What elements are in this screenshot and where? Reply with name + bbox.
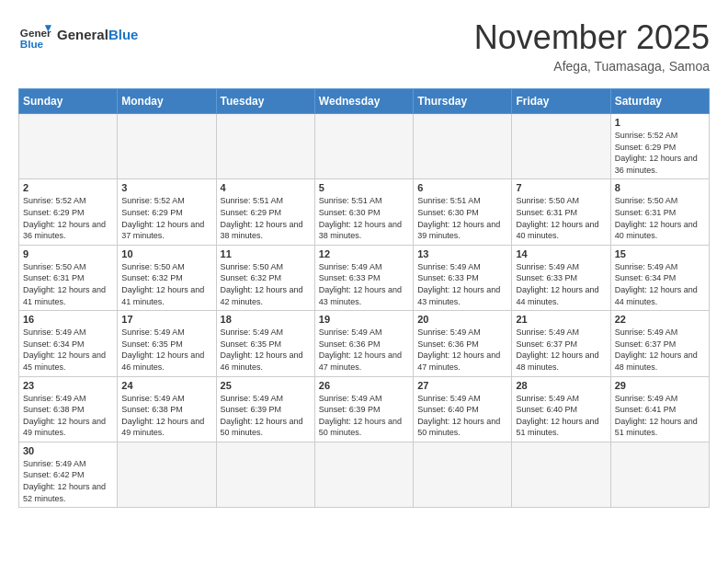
day-info: Sunrise: 5:51 AMSunset: 6:30 PMDaylight:… (319, 195, 409, 241)
day-number: 19 (319, 314, 409, 325)
day-number: 29 (615, 380, 705, 391)
day-info: Sunrise: 5:49 AMSunset: 6:33 PMDaylight:… (319, 261, 409, 307)
day-info: Sunrise: 5:49 AMSunset: 6:39 PMDaylight:… (221, 393, 311, 439)
calendar-cell (118, 114, 216, 179)
day-info: Sunrise: 5:50 AMSunset: 6:31 PMDaylight:… (23, 261, 113, 307)
day-number: 9 (23, 248, 113, 259)
logo: General Blue GeneralBlue (18, 18, 138, 52)
day-number: 6 (417, 182, 507, 193)
weekday-wednesday: Wednesday (314, 89, 413, 114)
calendar-cell (19, 114, 118, 179)
calendar-cell (414, 114, 512, 179)
calendar-cell: 24Sunrise: 5:49 AMSunset: 6:38 PMDayligh… (118, 376, 216, 442)
calendar-cell: 21Sunrise: 5:49 AMSunset: 6:37 PMDayligh… (512, 311, 610, 376)
day-number: 23 (23, 380, 113, 391)
calendar-cell (512, 114, 610, 179)
calendar-cell: 22Sunrise: 5:49 AMSunset: 6:37 PMDayligh… (610, 311, 709, 376)
calendar-cell: 8Sunrise: 5:50 AMSunset: 6:31 PMDaylight… (610, 179, 709, 245)
day-info: Sunrise: 5:49 AMSunset: 6:35 PMDaylight:… (121, 327, 211, 373)
month-title: November 2025 (474, 18, 710, 57)
calendar-cell: 13Sunrise: 5:49 AMSunset: 6:33 PMDayligh… (414, 245, 512, 310)
calendar-cell (216, 442, 314, 507)
calendar-cell: 30Sunrise: 5:49 AMSunset: 6:42 PMDayligh… (19, 442, 118, 507)
day-info: Sunrise: 5:50 AMSunset: 6:32 PMDaylight:… (221, 261, 311, 307)
calendar-cell (414, 442, 512, 507)
calendar-cell: 17Sunrise: 5:49 AMSunset: 6:35 PMDayligh… (118, 311, 216, 376)
day-info: Sunrise: 5:49 AMSunset: 6:37 PMDaylight:… (615, 327, 705, 373)
calendar-cell: 12Sunrise: 5:49 AMSunset: 6:33 PMDayligh… (314, 245, 413, 310)
day-number: 8 (615, 182, 705, 193)
day-info: Sunrise: 5:49 AMSunset: 6:33 PMDaylight:… (417, 261, 507, 307)
day-info: Sunrise: 5:50 AMSunset: 6:31 PMDaylight:… (516, 195, 606, 241)
calendar-cell: 23Sunrise: 5:49 AMSunset: 6:38 PMDayligh… (19, 376, 118, 442)
weekday-header-row: SundayMondayTuesdayWednesdayThursdayFrid… (19, 89, 710, 114)
calendar-cell: 28Sunrise: 5:49 AMSunset: 6:40 PMDayligh… (512, 376, 610, 442)
calendar-cell: 2Sunrise: 5:52 AMSunset: 6:29 PMDaylight… (19, 179, 118, 245)
calendar-cell (314, 442, 413, 507)
day-info: Sunrise: 5:49 AMSunset: 6:35 PMDaylight:… (221, 327, 311, 373)
calendar-cell (118, 442, 216, 507)
day-number: 3 (121, 182, 211, 193)
calendar-week-5: 23Sunrise: 5:49 AMSunset: 6:38 PMDayligh… (19, 376, 710, 442)
calendar-cell: 25Sunrise: 5:49 AMSunset: 6:39 PMDayligh… (216, 376, 314, 442)
day-info: Sunrise: 5:49 AMSunset: 6:33 PMDaylight:… (516, 261, 606, 307)
weekday-friday: Friday (512, 89, 610, 114)
weekday-sunday: Sunday (19, 89, 118, 114)
calendar-cell: 1Sunrise: 5:52 AMSunset: 6:29 PMDaylight… (610, 114, 709, 179)
calendar-week-6: 30Sunrise: 5:49 AMSunset: 6:42 PMDayligh… (19, 442, 710, 507)
location-subtitle: Afega, Tuamasaga, Samoa (474, 59, 710, 74)
day-info: Sunrise: 5:52 AMSunset: 6:29 PMDaylight:… (615, 130, 705, 176)
day-number: 28 (516, 380, 606, 391)
day-info: Sunrise: 5:49 AMSunset: 6:36 PMDaylight:… (319, 327, 409, 373)
day-info: Sunrise: 5:49 AMSunset: 6:34 PMDaylight:… (23, 327, 113, 373)
day-info: Sunrise: 5:52 AMSunset: 6:29 PMDaylight:… (121, 195, 211, 241)
day-number: 15 (615, 248, 705, 259)
day-info: Sunrise: 5:52 AMSunset: 6:29 PMDaylight:… (23, 195, 113, 241)
weekday-saturday: Saturday (610, 89, 709, 114)
calendar-cell: 16Sunrise: 5:49 AMSunset: 6:34 PMDayligh… (19, 311, 118, 376)
day-info: Sunrise: 5:50 AMSunset: 6:32 PMDaylight:… (121, 261, 211, 307)
day-number: 1 (615, 117, 705, 128)
day-number: 10 (121, 248, 211, 259)
day-number: 11 (221, 248, 311, 259)
day-number: 21 (516, 314, 606, 325)
day-number: 25 (221, 380, 311, 391)
calendar-cell: 10Sunrise: 5:50 AMSunset: 6:32 PMDayligh… (118, 245, 216, 310)
day-number: 7 (516, 182, 606, 193)
day-info: Sunrise: 5:49 AMSunset: 6:34 PMDaylight:… (615, 261, 705, 307)
svg-text:Blue: Blue (20, 38, 44, 50)
calendar-cell: 4Sunrise: 5:51 AMSunset: 6:29 PMDaylight… (216, 179, 314, 245)
calendar-cell: 19Sunrise: 5:49 AMSunset: 6:36 PMDayligh… (314, 311, 413, 376)
calendar-cell (314, 114, 413, 179)
day-info: Sunrise: 5:49 AMSunset: 6:38 PMDaylight:… (23, 393, 113, 439)
calendar-cell: 9Sunrise: 5:50 AMSunset: 6:31 PMDaylight… (19, 245, 118, 310)
calendar-cell: 6Sunrise: 5:51 AMSunset: 6:30 PMDaylight… (414, 179, 512, 245)
calendar-cell: 11Sunrise: 5:50 AMSunset: 6:32 PMDayligh… (216, 245, 314, 310)
calendar-cell (216, 114, 314, 179)
calendar-cell: 27Sunrise: 5:49 AMSunset: 6:40 PMDayligh… (414, 376, 512, 442)
calendar-week-3: 9Sunrise: 5:50 AMSunset: 6:31 PMDaylight… (19, 245, 710, 310)
calendar-cell: 26Sunrise: 5:49 AMSunset: 6:39 PMDayligh… (314, 376, 413, 442)
day-number: 5 (319, 182, 409, 193)
day-info: Sunrise: 5:49 AMSunset: 6:39 PMDaylight:… (319, 393, 409, 439)
day-number: 14 (516, 248, 606, 259)
day-info: Sunrise: 5:49 AMSunset: 6:36 PMDaylight:… (417, 327, 507, 373)
day-info: Sunrise: 5:49 AMSunset: 6:38 PMDaylight:… (121, 393, 211, 439)
day-number: 22 (615, 314, 705, 325)
calendar-week-4: 16Sunrise: 5:49 AMSunset: 6:34 PMDayligh… (19, 311, 710, 376)
page-header: General Blue GeneralBlue November 2025 A… (18, 18, 710, 74)
day-number: 18 (221, 314, 311, 325)
day-info: Sunrise: 5:50 AMSunset: 6:31 PMDaylight:… (615, 195, 705, 241)
calendar-cell: 7Sunrise: 5:50 AMSunset: 6:31 PMDaylight… (512, 179, 610, 245)
day-info: Sunrise: 5:49 AMSunset: 6:40 PMDaylight:… (516, 393, 606, 439)
calendar-cell: 29Sunrise: 5:49 AMSunset: 6:41 PMDayligh… (610, 376, 709, 442)
weekday-thursday: Thursday (414, 89, 512, 114)
calendar-week-2: 2Sunrise: 5:52 AMSunset: 6:29 PMDaylight… (19, 179, 710, 245)
day-number: 24 (121, 380, 211, 391)
calendar-cell: 18Sunrise: 5:49 AMSunset: 6:35 PMDayligh… (216, 311, 314, 376)
weekday-tuesday: Tuesday (216, 89, 314, 114)
calendar-table: SundayMondayTuesdayWednesdayThursdayFrid… (18, 88, 710, 508)
day-info: Sunrise: 5:49 AMSunset: 6:41 PMDaylight:… (615, 393, 705, 439)
day-info: Sunrise: 5:51 AMSunset: 6:30 PMDaylight:… (417, 195, 507, 241)
calendar-cell: 14Sunrise: 5:49 AMSunset: 6:33 PMDayligh… (512, 245, 610, 310)
